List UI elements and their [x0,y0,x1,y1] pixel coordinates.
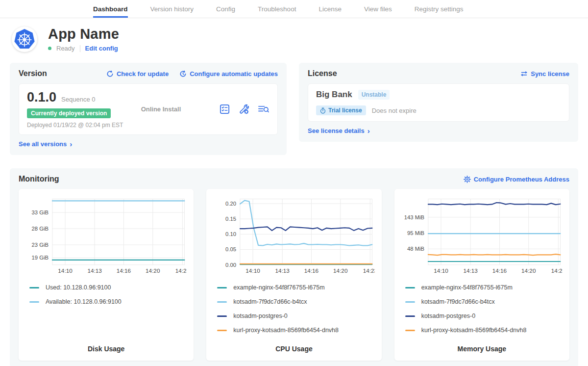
svg-text:14:16: 14:16 [304,267,319,274]
svg-text:23 GiB: 23 GiB [32,242,49,248]
chevron-right-icon: › [70,140,72,148]
tab-config[interactable]: Config [216,0,235,18]
legend-dash-icon [29,301,39,303]
svg-text:95 MiB: 95 MiB [407,230,424,236]
deployed-version-card: 0.1.0 Sequence 0 Currently deployed vers… [19,83,278,135]
see-all-versions-link[interactable]: See all versions › [19,140,72,148]
channel-badge: Unstable [358,90,390,100]
legend-label: kotsadm-7f9dc7d66c-b4tcx [421,298,495,305]
svg-text:14:16: 14:16 [117,267,131,274]
legend-dash-icon [217,287,227,288]
check-for-update-button[interactable]: Check for update [106,70,169,78]
svg-text:14:23: 14:23 [363,267,375,274]
svg-text:14:23: 14:23 [175,267,187,274]
kubernetes-icon [13,28,36,51]
license-card: Big Bank Unstable Trial license Does not… [308,83,569,122]
clock-refresh-icon [179,70,187,78]
tab-version-history[interactable]: Version history [150,0,194,18]
cpu-usage-title: CPU Usage [213,341,374,353]
preflight-checks-icon[interactable] [219,104,230,115]
svg-text:33 GiB: 33 GiB [32,209,49,215]
tab-dashboard[interactable]: Dashboard [93,0,128,18]
tab-view-files[interactable]: View files [364,0,392,18]
edit-config-link[interactable]: Edit config [85,45,118,52]
svg-text:28 GiB: 28 GiB [32,226,49,232]
trial-license-badge: Trial license [316,105,366,115]
see-license-details-link[interactable]: See license details › [308,127,370,134]
install-type-label: Online Install [141,105,219,113]
stopwatch-icon [320,107,326,114]
license-section: License Sync license Big Bank Unstable [299,63,578,142]
legend-label: Available: 10.128.0.96:9100 [46,298,122,305]
svg-text:14:13: 14:13 [275,267,290,274]
legend-label: kotsadm-postgres-0 [421,313,475,319]
legend-label: kotsadm-postgres-0 [233,313,287,319]
legend-dash-icon [217,315,227,317]
disk-usage-title: Disk Usage [25,341,187,353]
svg-text:0.05: 0.05 [225,247,236,253]
svg-text:14:20: 14:20 [521,267,536,274]
deployed-badge: Currently deployed version [27,108,111,118]
legend-dash-icon [29,287,39,288]
version-number: 0.1.0 [27,90,56,105]
legend-item: Available: 10.128.0.96:9100 [29,298,187,305]
legend-dash-icon [405,315,415,317]
view-diff-icon[interactable] [257,104,270,115]
svg-text:14:10: 14:10 [246,267,261,274]
legend-label: kotsadm-7f9dc7d66c-b4tcx [233,298,307,305]
legend-item: kotsadm-7f9dc7d66c-b4tcx [217,298,374,305]
sequence-label: Sequence 0 [61,96,95,103]
legend-label: example-nginx-54f8f76755-l675m [421,284,513,291]
tab-troubleshoot[interactable]: Troubleshoot [258,0,296,18]
configure-prometheus-button[interactable]: Configure Prometheus Address [464,176,569,183]
sync-arrows-icon [520,70,528,77]
legend-dash-icon [405,287,415,288]
status-dot [48,47,51,50]
legend-dash-icon [405,301,415,303]
svg-text:0.15: 0.15 [225,216,236,222]
tab-license[interactable]: License [318,0,342,18]
svg-text:143 MiB: 143 MiB [404,214,424,220]
svg-text:14:20: 14:20 [146,267,160,274]
cpu-usage-legend: example-nginx-54f8f76755-l675mkotsadm-7f… [213,284,374,341]
customer-name: Big Bank [316,90,352,100]
legend-label: kurl-proxy-kotsadm-8569fb6454-dnvh8 [233,327,339,334]
svg-text:14:13: 14:13 [87,267,102,274]
legend-label: Used: 10.128.0.96:9100 [46,284,111,291]
legend-item: kurl-proxy-kotsadm-8569fb6454-dnvh8 [217,327,374,334]
svg-text:14:23: 14:23 [551,267,563,274]
legend-label: kurl-proxy-kotsadm-8569fb6454-dnvh8 [421,327,527,334]
chevron-right-icon: › [368,127,370,134]
deployed-timestamp: Deployed 01/19/22 @ 02:04 pm EST [27,122,141,129]
legend-dash-icon [405,330,415,331]
memory-usage-legend: example-nginx-54f8f76755-l675mkotsadm-7f… [401,284,563,341]
configure-automatic-updates-button[interactable]: Configure automatic updates [179,70,278,78]
cpu-usage-chart: 0.000.050.100.150.2014:1014:1314:1614:20… [213,194,374,280]
disk-usage-chart: 19 GiB23 GiB28 GiB33 GiB14:1014:1314:161… [25,194,187,280]
svg-text:14:13: 14:13 [463,267,478,274]
legend-dash-icon [217,301,227,303]
app-logo [12,26,37,52]
svg-text:14:10: 14:10 [434,267,448,274]
config-wrench-icon[interactable] [238,104,249,115]
tab-registry-settings[interactable]: Registry settings [415,0,464,18]
monitoring-section-title: Monitoring [19,175,59,183]
svg-text:14:16: 14:16 [492,267,507,274]
top-navigation: Dashboard Version history Config Trouble… [0,0,588,18]
legend-item: Used: 10.128.0.96:9100 [29,284,187,291]
svg-text:0.20: 0.20 [225,201,236,207]
sync-license-button[interactable]: Sync license [520,70,569,78]
legend-item: example-nginx-54f8f76755-l675m [217,284,374,291]
disk-usage-legend: Used: 10.128.0.96:9100Available: 10.128.… [25,284,187,313]
expiry-label: Does not expire [372,107,416,114]
legend-item: kotsadm-postgres-0 [405,313,563,319]
gear-icon [464,176,471,183]
app-header: App Name Ready Edit config [0,18,588,59]
status-badge: Ready [56,45,75,52]
memory-usage-chart-card: 48 MiB95 MiB143 MiB14:1014:1314:1614:201… [394,189,569,361]
svg-text:48 MiB: 48 MiB [407,246,424,252]
legend-item: kotsadm-7f9dc7d66c-b4tcx [405,298,563,305]
license-section-title: License [308,69,337,78]
legend-item: kotsadm-postgres-0 [217,313,374,319]
version-section-title: Version [19,69,47,78]
